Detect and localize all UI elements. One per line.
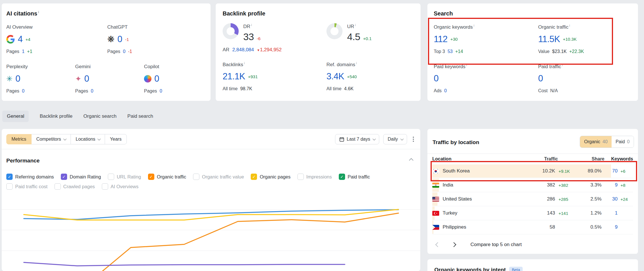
table-row-turkey[interactable]: Turkey 143 +141 1.2% 1 xyxy=(432,206,633,220)
decrease-triangle-icon: ▼ xyxy=(257,48,260,52)
checkbox-paid-traffic[interactable]: ✓Paid traffic xyxy=(339,174,370,180)
performance-line-chart[interactable] xyxy=(2,191,420,271)
ref-domains-value[interactable]: 3.4K xyxy=(326,71,344,82)
locations-button[interactable]: Locations xyxy=(71,134,105,144)
google-icon xyxy=(6,35,15,44)
search-card: Search Organic keywords 112 +30 Top 353+… xyxy=(427,3,638,101)
tab-organic-search[interactable]: Organic search xyxy=(83,111,116,122)
info-icon[interactable] xyxy=(356,61,357,65)
seo-overview-dashboard: AI citations AI Overview 4 +4 Pages1+1 C… xyxy=(0,0,644,271)
date-range-button[interactable]: Last 7 days xyxy=(335,134,380,144)
ahrefs-rank: AR 2,848,084 ▼1,294,952 xyxy=(223,47,326,53)
flag-philippines-icon xyxy=(432,225,439,230)
location-table: Location Traffic Share Keywords South Ko… xyxy=(427,154,638,234)
info-icon[interactable] xyxy=(569,24,570,27)
chatgpt-delta: -1 xyxy=(125,37,129,42)
divider xyxy=(2,149,420,149)
organic-toggle[interactable]: Organic40 xyxy=(580,136,612,148)
ai-citations-title: AI citations xyxy=(6,10,204,17)
tab-general[interactable]: General xyxy=(2,111,29,122)
ur-delta: +0.1 xyxy=(363,36,372,41)
info-icon[interactable] xyxy=(355,23,356,27)
chevron-down-icon xyxy=(373,137,376,140)
ai-citations-card: AI citations AI Overview 4 +4 Pages1+1 C… xyxy=(2,3,211,101)
perplexity-value: 0 xyxy=(15,74,20,84)
performance-card: Metrics Competitors Locations Years Last… xyxy=(2,129,420,271)
organic-keywords-metric: Organic keywords 112 +30 Top 353+14 xyxy=(434,24,538,54)
backlink-profile-title: Backlink profile xyxy=(223,10,414,17)
paid-toggle[interactable]: Paid0 xyxy=(612,136,634,148)
copilot-icon xyxy=(144,75,151,83)
table-row-united-states[interactable]: United States 286 +285 2.5% 30 +24 xyxy=(432,192,633,206)
dr-delta: -6 xyxy=(257,36,260,41)
performance-title: Performance xyxy=(6,158,40,164)
table-row-south-korea[interactable]: South Korea 10.2K +9.1K 89.0% 70 +6 xyxy=(432,164,633,178)
checkbox-paid-traffic-cost[interactable]: Paid traffic cost xyxy=(6,183,48,190)
tab-paid-search[interactable]: Paid search xyxy=(127,111,153,122)
checkbox-ai-overviews[interactable]: AI Overviews xyxy=(102,183,139,190)
previous-page-chevron-icon[interactable] xyxy=(435,242,440,247)
more-options-kebab-icon[interactable] xyxy=(411,135,416,144)
checkbox-domain-rating[interactable]: ✓Domain Rating xyxy=(61,174,101,180)
gemini-metric: Gemini ✦ 0 Pages0 xyxy=(75,64,144,94)
report-tabs: General Backlink profile Organic search … xyxy=(2,111,153,122)
info-icon[interactable] xyxy=(466,63,467,67)
paid-keywords-metric: Paid keywords 0 Ads0 xyxy=(434,63,538,94)
info-icon[interactable] xyxy=(562,63,563,67)
table-row-india[interactable]: India 382 +382 3.3% 9 +8 xyxy=(432,178,633,192)
organic-keywords-value[interactable]: 112 xyxy=(434,34,448,44)
ai-overview-delta: +4 xyxy=(26,37,30,42)
perplexity-icon: ✳ xyxy=(6,75,13,83)
backlinks-metric: Backlinks 21.1K +931 All time98.7K xyxy=(223,61,326,92)
tab-backlink-profile[interactable]: Backlink profile xyxy=(40,111,72,122)
location-table-header: Location Traffic Share Keywords xyxy=(432,154,633,164)
calendar-icon xyxy=(339,137,344,142)
flag-united-states-icon xyxy=(432,197,439,202)
copilot-metric: Copilot 0 Pages0 xyxy=(144,64,204,94)
chatgpt-value: 0 xyxy=(117,34,122,44)
checkbox-organic-pages[interactable]: ✓Organic pages xyxy=(251,174,290,180)
info-icon[interactable] xyxy=(244,61,245,65)
metric-checkbox-row-1: ✓Referring domains ✓Domain Rating URL Ra… xyxy=(6,174,370,180)
backlinks-value[interactable]: 21.1K xyxy=(223,71,245,82)
filter-segmented-control: Metrics Competitors Locations Years xyxy=(6,134,127,144)
checkbox-crawled-pages[interactable]: Crawled pages xyxy=(55,183,95,190)
dr-value: 33 xyxy=(243,31,254,42)
info-icon[interactable] xyxy=(38,10,39,14)
info-icon[interactable] xyxy=(474,24,474,27)
paid-keywords-value[interactable]: 0 xyxy=(434,73,439,84)
organic-traffic-value[interactable]: 11.5K xyxy=(538,34,560,44)
dr-donut-chart xyxy=(223,23,239,39)
checkbox-organic-traffic-value[interactable]: Organic traffic value xyxy=(193,174,244,180)
gemini-value: 0 xyxy=(84,74,89,84)
backlink-profile-card: Backlink profile DR 33 -6 xyxy=(216,3,421,101)
next-page-chevron-icon[interactable] xyxy=(452,242,456,247)
info-icon[interactable] xyxy=(251,23,252,27)
checkbox-impressions[interactable]: Impressions xyxy=(297,174,332,180)
ur-value: 4.5 xyxy=(347,31,360,42)
traffic-by-location-title: Traffic by location xyxy=(433,139,479,146)
paid-traffic-value[interactable]: 0 xyxy=(538,73,543,84)
keywords-by-intent-card: Organic keywords by intent Beta xyxy=(427,259,638,271)
keywords-by-intent-title: Organic keywords by intent xyxy=(434,267,506,271)
table-row-philippines[interactable]: Philippines 58 0.5% 9 xyxy=(432,220,633,234)
chevron-down-icon xyxy=(400,137,404,140)
metrics-button[interactable]: Metrics xyxy=(6,134,32,144)
checkbox-url-rating[interactable]: URL Rating xyxy=(108,174,141,180)
collapse-chevron-icon[interactable] xyxy=(409,158,414,163)
beta-badge: Beta xyxy=(509,267,523,271)
checkbox-referring-domains[interactable]: ✓Referring domains xyxy=(6,174,54,180)
checkbox-organic-traffic[interactable]: ✓Organic traffic xyxy=(148,174,186,180)
copilot-value: 0 xyxy=(154,74,159,84)
competitors-button[interactable]: Competitors xyxy=(31,134,71,144)
flag-turkey-icon xyxy=(432,211,439,216)
granularity-button[interactable]: Daily xyxy=(383,134,407,144)
years-button[interactable]: Years xyxy=(105,134,127,144)
perplexity-metric: Perplexity ✳ 0 Pages0 xyxy=(6,64,75,94)
traffic-by-location-card: Traffic by location Organic40 Paid0 Loca… xyxy=(427,129,638,254)
chevron-down-icon xyxy=(98,137,101,140)
flag-south-korea-icon xyxy=(432,169,439,174)
paid-traffic-metric: Paid traffic 0 CostN/A xyxy=(538,63,631,94)
organic-traffic-metric: Organic traffic 11.5K +10.3K Value$23.1K… xyxy=(538,24,631,54)
compare-top5-link[interactable]: Compare top 5 on chart xyxy=(470,242,522,248)
